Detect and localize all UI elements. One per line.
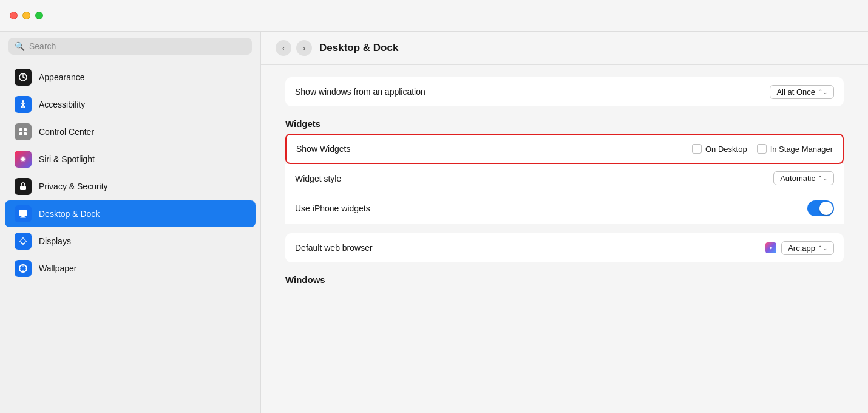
sidebar-item-label-control: Control Center bbox=[39, 127, 94, 137]
default-browser-value-text: Arc.app bbox=[788, 244, 815, 253]
sidebar-item-siri[interactable]: Siri & Spotlight bbox=[5, 146, 256, 172]
siri-icon bbox=[15, 151, 32, 168]
sidebar-list: Appearance Accessibility Control Center … bbox=[0, 61, 260, 413]
widget-style-row: Widget style Automatic ⌃⌄ bbox=[285, 164, 844, 193]
on-desktop-checkbox-item[interactable]: On Desktop bbox=[692, 144, 747, 154]
default-browser-group: Default web browser ✦ Arc.app ⌃⌄ bbox=[285, 233, 844, 262]
sidebar-item-displays[interactable]: Displays bbox=[5, 228, 256, 254]
content-panel: ‹ › Desktop & Dock Show windows from an … bbox=[261, 32, 868, 413]
use-iphone-widgets-label: Use iPhone widgets bbox=[295, 203, 370, 213]
sidebar-item-label-siri: Siri & Spotlight bbox=[39, 154, 95, 164]
privacy-icon bbox=[15, 178, 32, 195]
on-desktop-label: On Desktop bbox=[705, 145, 747, 154]
forward-icon: › bbox=[303, 43, 306, 53]
sidebar-item-label-appearance: Appearance bbox=[39, 72, 85, 82]
widgets-section-title: Widgets bbox=[285, 118, 844, 129]
show-windows-row: Show windows from an application All at … bbox=[285, 77, 844, 106]
default-browser-chevron: ⌃⌄ bbox=[818, 245, 827, 251]
show-windows-label: Show windows from an application bbox=[295, 87, 426, 97]
widget-style-label: Widget style bbox=[295, 174, 341, 183]
show-windows-value: All at Once ⌃⌄ bbox=[770, 85, 834, 99]
minimize-button[interactable] bbox=[22, 12, 30, 19]
sidebar-item-label-accessibility: Accessibility bbox=[39, 100, 85, 109]
on-desktop-checkbox[interactable] bbox=[692, 144, 702, 154]
svg-point-1 bbox=[22, 100, 24, 103]
search-container: 🔍 Search bbox=[0, 32, 260, 61]
sidebar-item-label-displays: Displays bbox=[39, 236, 71, 246]
wallpaper-icon bbox=[15, 260, 32, 277]
in-stage-manager-checkbox[interactable] bbox=[757, 144, 767, 154]
default-browser-value: ✦ Arc.app ⌃⌄ bbox=[765, 241, 834, 255]
arc-app-icon: ✦ bbox=[765, 242, 776, 253]
sidebar: 🔍 Search Appearance Accessibility bbox=[0, 32, 261, 413]
back-button[interactable]: ‹ bbox=[276, 40, 291, 56]
sidebar-item-label-wallpaper: Wallpaper bbox=[39, 264, 77, 273]
widget-style-value-text: Automatic bbox=[780, 174, 815, 183]
maximize-button[interactable] bbox=[35, 12, 43, 19]
default-browser-label: Default web browser bbox=[295, 243, 373, 253]
back-icon: ‹ bbox=[282, 43, 285, 53]
use-iphone-widgets-toggle-container bbox=[807, 200, 834, 216]
widget-style-chevron: ⌃⌄ bbox=[818, 175, 827, 182]
in-stage-manager-label: In Stage Manager bbox=[770, 145, 833, 154]
settings-content: Show windows from an application All at … bbox=[261, 65, 868, 297]
sidebar-item-label-desktop-dock: Desktop & Dock bbox=[39, 209, 100, 219]
appearance-icon bbox=[15, 69, 32, 86]
search-box[interactable]: 🔍 Search bbox=[8, 38, 252, 55]
default-browser-row: Default web browser ✦ Arc.app ⌃⌄ bbox=[285, 233, 844, 262]
top-partial-group: Show windows from an application All at … bbox=[285, 77, 844, 106]
search-placeholder: Search bbox=[29, 41, 56, 51]
control-center-icon bbox=[15, 123, 32, 140]
svg-rect-4 bbox=[19, 132, 22, 135]
widgets-section: Show Widgets On Desktop In Stage Manager bbox=[285, 134, 844, 224]
sidebar-item-desktop-dock[interactable]: Desktop & Dock bbox=[5, 200, 256, 227]
svg-rect-9 bbox=[19, 210, 27, 216]
sidebar-item-wallpaper[interactable]: Wallpaper bbox=[5, 255, 256, 282]
show-windows-dropdown[interactable]: All at Once ⌃⌄ bbox=[770, 85, 834, 99]
traffic-lights bbox=[10, 12, 43, 19]
show-widgets-label: Show Widgets bbox=[296, 144, 692, 154]
sidebar-item-appearance[interactable]: Appearance bbox=[5, 64, 256, 90]
windows-section-title: Windows bbox=[285, 275, 844, 285]
widget-style-group: Widget style Automatic ⌃⌄ Use iPhone wid… bbox=[285, 164, 844, 224]
sidebar-item-accessibility[interactable]: Accessibility bbox=[5, 91, 256, 118]
close-button[interactable] bbox=[10, 12, 18, 19]
show-windows-value-text: All at Once bbox=[776, 87, 815, 97]
svg-rect-5 bbox=[24, 132, 27, 135]
accessibility-icon bbox=[15, 96, 32, 113]
in-stage-manager-checkbox-item[interactable]: In Stage Manager bbox=[757, 144, 833, 154]
forward-button[interactable]: › bbox=[296, 40, 312, 56]
show-widgets-options: On Desktop In Stage Manager bbox=[692, 144, 833, 154]
show-widgets-row: Show Widgets On Desktop In Stage Manager bbox=[285, 134, 844, 164]
default-browser-dropdown[interactable]: Arc.app ⌃⌄ bbox=[781, 241, 834, 255]
use-iphone-widgets-toggle[interactable] bbox=[807, 200, 834, 216]
sidebar-item-privacy[interactable]: Privacy & Security bbox=[5, 173, 256, 200]
svg-rect-2 bbox=[19, 128, 22, 131]
svg-point-7 bbox=[21, 157, 25, 161]
sidebar-item-label-privacy: Privacy & Security bbox=[39, 182, 108, 191]
use-iphone-widgets-row: Use iPhone widgets bbox=[285, 193, 844, 224]
svg-rect-3 bbox=[24, 128, 27, 131]
svg-rect-8 bbox=[20, 186, 26, 190]
sidebar-item-control-center[interactable]: Control Center bbox=[5, 118, 256, 145]
search-icon: 🔍 bbox=[15, 41, 25, 51]
show-windows-chevron: ⌃⌄ bbox=[818, 89, 827, 95]
displays-icon bbox=[15, 233, 32, 250]
content-header: ‹ › Desktop & Dock bbox=[261, 32, 868, 65]
title-bar bbox=[0, 0, 868, 32]
main-container: 🔍 Search Appearance Accessibility bbox=[0, 32, 868, 413]
svg-point-12 bbox=[21, 239, 25, 244]
svg-rect-11 bbox=[20, 217, 26, 218]
page-title: Desktop & Dock bbox=[319, 42, 398, 54]
widget-style-dropdown[interactable]: Automatic ⌃⌄ bbox=[773, 171, 834, 185]
widget-style-value: Automatic ⌃⌄ bbox=[773, 171, 834, 185]
desktop-dock-icon bbox=[15, 205, 32, 222]
